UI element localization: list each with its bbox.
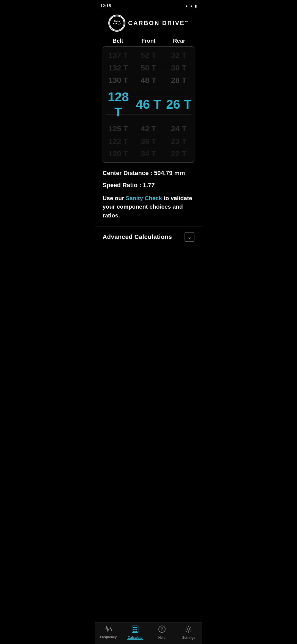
picker-row-3[interactable]: 130 T 48 T 28 T [103,74,194,87]
wifi-icon [185,3,188,8]
brand-name: CARBON DRIVE™ [128,20,189,27]
logo-oval: Gates [108,15,125,32]
belt-cell-3: 130 T [103,76,133,85]
sanity-link[interactable]: Sanity Check [126,195,162,201]
picker-row-5[interactable]: 125 T 42 T 24 T [103,122,194,135]
sanity-pre: Use our [103,195,126,201]
front-cell-6: 39 T [133,137,164,146]
column-headers: Belt Front Rear [95,38,202,44]
advanced-calculations-row[interactable]: Advanced Calculations ⌄ [95,226,202,247]
status-bar: 12:15 [95,0,202,10]
front-cell-7: 34 T [133,149,164,159]
advanced-label: Advanced Calculations [103,233,172,241]
bottom-spacer [95,247,202,272]
picker-row-selected[interactable]: 128 T 46 T 26 T [103,88,194,121]
rear-cell-5: 24 T [164,124,194,133]
svg-point-0 [110,16,124,30]
picker-row-6[interactable]: 122 T 39 T 23 T [103,135,194,148]
tm-symbol: ™ [185,20,189,23]
rear-cell-3: 28 T [164,76,194,85]
belt-cell-6: 122 T [103,137,133,146]
belt-cell-selected: 128 T [103,89,133,120]
speed-ratio: Speed Ratio : 1.77 [103,182,194,189]
belt-cell-2: 132 T [103,63,133,73]
rear-cell-2: 30 T [164,63,194,73]
logo-container: Gates CARBON DRIVE™ [95,10,202,38]
front-cell-1: 52 T [133,51,164,60]
signal-icon [190,3,193,8]
battery-icon [195,3,197,8]
belt-header: Belt [103,38,133,44]
rear-header: Rear [164,38,194,44]
gates-logo-svg: Gates [109,15,125,31]
rear-cell-7: 22 T [164,149,194,159]
svg-text:Gates: Gates [114,20,120,22]
status-icons [185,3,197,8]
picker-container[interactable]: 137 T 52 T 32 T 132 T 50 T 30 T 130 T 48… [103,46,194,163]
chevron-down-icon: ⌄ [187,234,192,240]
belt-cell-7: 120 T [103,149,133,159]
rear-cell-6: 23 T [164,137,194,146]
rear-cell-1: 32 T [164,51,194,60]
front-cell-selected: 46 T [133,97,164,112]
rear-cell-selected: 26 T [164,97,194,112]
belt-cell-1: 137 T [103,51,133,60]
brand-text: CARBON DRIVE [128,20,185,26]
front-cell-3: 48 T [133,76,164,85]
time-display: 12:15 [100,3,111,8]
picker-row-1[interactable]: 137 T 52 T 32 T [103,49,194,62]
sanity-text: Use our Sanity Check to validate your co… [103,194,194,220]
front-header: Front [133,38,164,44]
front-cell-5: 42 T [133,124,164,133]
belt-cell-5: 125 T [103,124,133,133]
info-section: Center Distance : 504.79 mm Speed Ratio … [95,163,202,220]
center-distance: Center Distance : 504.79 mm [103,170,194,177]
advanced-chevron[interactable]: ⌄ [185,232,194,242]
picker-row-7[interactable]: 120 T 34 T 22 T [103,148,194,160]
front-cell-2: 50 T [133,63,164,73]
picker-row-2[interactable]: 132 T 50 T 30 T [103,62,194,74]
